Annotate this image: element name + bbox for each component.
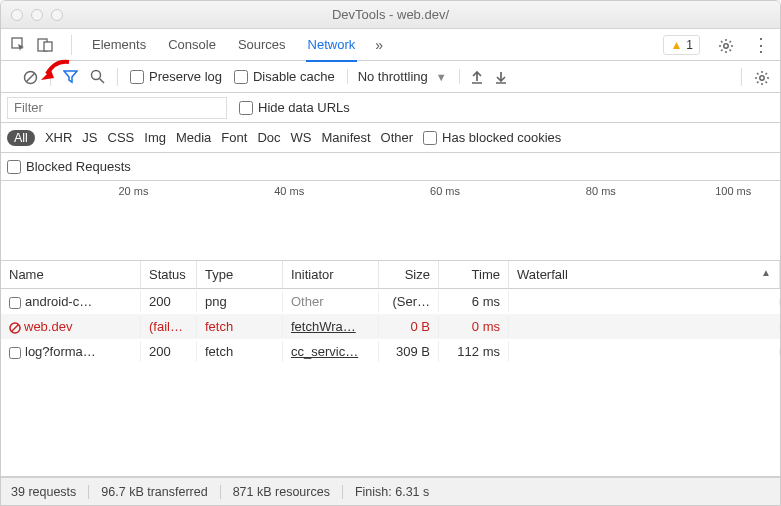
cell-type: fetch	[197, 316, 283, 337]
device-toolbar-icon[interactable]	[37, 36, 53, 53]
cell-time: 0 ms	[439, 316, 509, 337]
titlebar: DevTools - web.dev/	[1, 1, 780, 29]
cell-name: log?forma…	[1, 341, 141, 362]
disable-cache-label: Disable cache	[253, 69, 335, 84]
blocked-requests-label: Blocked Requests	[26, 159, 131, 174]
requests-table: Name Status Type Initiator Size Time Wat…	[1, 261, 780, 477]
filter-input[interactable]	[7, 97, 227, 119]
cell-status: 200	[141, 341, 197, 362]
blocked-requests-checkbox[interactable]: Blocked Requests	[7, 159, 131, 174]
preserve-log-checkbox[interactable]: Preserve log	[130, 69, 222, 84]
cell-type: fetch	[197, 341, 283, 362]
svg-point-14	[92, 71, 101, 80]
warning-badge[interactable]: ▲ 1	[663, 35, 700, 55]
clear-icon[interactable]	[23, 68, 38, 86]
throttling-value: No throttling	[358, 69, 428, 84]
filter-js[interactable]: JS	[82, 130, 97, 145]
table-row[interactable]: web.dev(failed)fetchfetchWra…0 B0 ms	[1, 314, 780, 339]
filter-css[interactable]: CSS	[108, 130, 135, 145]
hide-data-urls-checkbox[interactable]: Hide data URLs	[239, 100, 350, 115]
filter-icon[interactable]	[63, 69, 78, 84]
svg-line-10	[721, 49, 723, 51]
filter-img[interactable]: Img	[144, 130, 166, 145]
svg-line-15	[100, 79, 105, 84]
col-time[interactable]: Time	[439, 261, 509, 288]
svg-line-23	[757, 81, 759, 83]
has-blocked-cookies-checkbox[interactable]: Has blocked cookies	[423, 130, 561, 145]
cell-waterfall	[509, 324, 780, 330]
warning-count: 1	[686, 38, 693, 52]
timeline-tick: 80 ms	[586, 185, 616, 197]
search-icon[interactable]	[90, 69, 105, 84]
devtools-window: DevTools - web.dev/ Elements Console Sou…	[0, 0, 781, 506]
cell-time: 6 ms	[439, 291, 509, 312]
cell-size: 309 B	[379, 341, 439, 362]
filter-other[interactable]: Other	[381, 130, 414, 145]
col-type[interactable]: Type	[197, 261, 283, 288]
network-settings-icon[interactable]	[754, 67, 770, 85]
filter-font[interactable]: Font	[221, 130, 247, 145]
filter-doc[interactable]: Doc	[257, 130, 280, 145]
preserve-log-label: Preserve log	[149, 69, 222, 84]
svg-point-16	[760, 75, 764, 79]
network-toolbar: Preserve log Disable cache No throttling…	[1, 61, 780, 93]
download-har-icon[interactable]	[494, 69, 508, 85]
tab-elements[interactable]: Elements	[90, 29, 148, 60]
tab-console[interactable]: Console	[166, 29, 218, 60]
timeline-tick: 100 ms	[715, 185, 751, 197]
col-size[interactable]: Size	[379, 261, 439, 288]
overview-timeline[interactable]: 20 ms 40 ms 60 ms 80 ms 100 ms	[1, 181, 780, 261]
throttling-select[interactable]: No throttling ▼	[347, 69, 447, 84]
hide-data-urls-label: Hide data URLs	[258, 100, 350, 115]
col-name[interactable]: Name	[1, 261, 141, 288]
settings-icon[interactable]	[718, 35, 734, 53]
disable-cache-checkbox[interactable]: Disable cache	[234, 69, 335, 84]
status-requests: 39 requests	[11, 485, 89, 499]
cell-initiator[interactable]: Other	[283, 291, 379, 312]
chevron-down-icon: ▼	[436, 71, 447, 83]
kebab-menu-icon[interactable]: ⋮	[752, 34, 770, 56]
tab-network[interactable]: Network	[306, 29, 358, 62]
cell-initiator[interactable]: fetchWra…	[283, 316, 379, 337]
status-bar: 39 requests 96.7 kB transferred 871 kB r…	[1, 477, 780, 505]
filter-media[interactable]: Media	[176, 130, 211, 145]
svg-line-21	[757, 73, 759, 75]
cell-name: android-c…	[1, 291, 141, 312]
table-row[interactable]: android-c…200pngOther(Ser…6 ms	[1, 289, 780, 314]
filter-manifest[interactable]: Manifest	[321, 130, 370, 145]
cell-waterfall	[509, 299, 780, 305]
table-header: Name Status Type Initiator Size Time Wat…	[1, 261, 780, 289]
status-resources: 871 kB resources	[221, 485, 343, 499]
cell-status: 200	[141, 291, 197, 312]
cell-name: web.dev	[1, 316, 141, 337]
svg-line-22	[766, 81, 768, 83]
warning-icon: ▲	[670, 38, 682, 52]
filter-ws[interactable]: WS	[291, 130, 312, 145]
col-status[interactable]: Status	[141, 261, 197, 288]
more-tabs-icon[interactable]: »	[375, 37, 383, 53]
col-initiator[interactable]: Initiator	[283, 261, 379, 288]
cell-initiator[interactable]: cc_servic…	[283, 341, 379, 362]
svg-line-9	[730, 49, 732, 51]
cell-size: 0 B	[379, 316, 439, 337]
cell-waterfall	[509, 349, 780, 355]
svg-line-26	[12, 324, 19, 331]
timeline-tick: 40 ms	[274, 185, 304, 197]
upload-har-icon[interactable]	[470, 69, 484, 85]
svg-point-3	[724, 43, 728, 47]
window-title: DevTools - web.dev/	[1, 7, 780, 22]
table-body: android-c…200pngOther(Ser…6 msweb.dev(fa…	[1, 289, 780, 476]
svg-line-11	[730, 41, 732, 43]
cell-size: (Ser…	[379, 291, 439, 312]
cell-status: (failed)	[141, 316, 197, 337]
filter-all[interactable]: All	[7, 130, 35, 146]
table-row[interactable]: log?forma…200fetchcc_servic…309 B112 ms	[1, 339, 780, 364]
svg-line-24	[766, 73, 768, 75]
col-waterfall[interactable]: Waterfall	[509, 261, 780, 288]
filter-xhr[interactable]: XHR	[45, 130, 72, 145]
request-type-filter: All XHR JS CSS Img Media Font Doc WS Man…	[1, 123, 780, 153]
inspect-icon[interactable]	[11, 36, 27, 53]
status-transferred: 96.7 kB transferred	[89, 485, 220, 499]
status-finish: Finish: 6.31 s	[343, 485, 441, 499]
tab-sources[interactable]: Sources	[236, 29, 288, 60]
